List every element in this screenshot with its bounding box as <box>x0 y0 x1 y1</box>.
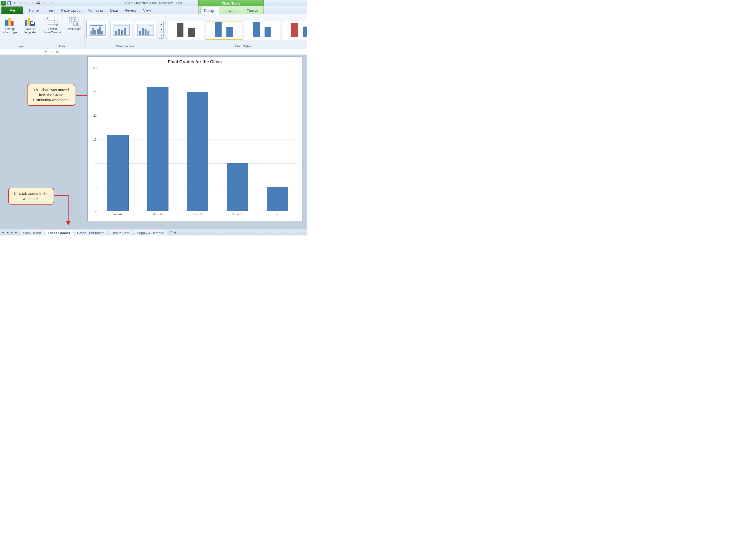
annotation-arrow <box>68 195 68 221</box>
svg-rect-47 <box>147 31 149 35</box>
sheet-tab-label: Health Care <box>111 231 129 235</box>
x-axis-category: F <box>263 211 292 216</box>
svg-rect-37 <box>114 25 129 26</box>
tab-page-layout[interactable]: Page Layout <box>58 7 85 14</box>
save-icon[interactable] <box>7 1 12 5</box>
quick-access-toolbar: X ↶ ▼ ↷ ▼ ▼ ▼ <box>0 1 54 5</box>
change-chart-type-button[interactable]: Change Chart Type <box>2 15 19 34</box>
chart-style-option[interactable] <box>282 21 307 40</box>
chart-style-option[interactable] <box>244 21 280 40</box>
x-axis-category: D+ to D- <box>223 211 252 216</box>
embedded-chart[interactable]: Final Grades for the Class 051015202530A… <box>87 57 302 221</box>
chart-style-option[interactable] <box>168 21 204 40</box>
svg-rect-25 <box>75 24 75 25</box>
redo-icon[interactable]: ↷ <box>24 1 29 5</box>
bar-chart-icon <box>5 16 16 26</box>
tab-home[interactable]: Home <box>26 7 42 14</box>
tab-formulas[interactable]: Formulas <box>85 7 107 14</box>
tab-review[interactable]: Review <box>121 7 140 14</box>
y-axis-tick: 0 <box>95 209 98 213</box>
print-icon[interactable] <box>36 1 41 5</box>
sheet-nav-buttons: ⏮ ◀ ▶ ⏭ <box>0 231 19 235</box>
nav-last-icon[interactable]: ⏭ <box>14 231 18 235</box>
dropdown-icon[interactable]: ▼ <box>30 1 35 5</box>
tab-data[interactable]: Data <box>107 7 121 14</box>
svg-rect-4 <box>37 1 39 3</box>
cancel-icon[interactable]: ● <box>48 49 54 55</box>
y-axis-tick: 30 <box>94 66 98 70</box>
svg-rect-14 <box>48 18 57 25</box>
dropdown-icon[interactable]: ▼ <box>45 51 47 53</box>
x-axis-category: B+ to B- <box>143 211 172 216</box>
callout-chart-moved: This chart was moved from the Grade Dist… <box>27 84 75 106</box>
chart-bar[interactable] <box>187 92 208 211</box>
sheet-tab[interactable]: Health Care <box>107 230 134 236</box>
y-axis-tick: 15 <box>94 138 98 141</box>
chart-bar[interactable] <box>147 87 168 211</box>
tab-format[interactable]: Format <box>243 7 262 14</box>
chart-layout-option[interactable] <box>110 21 132 38</box>
contextual-tabs: Design Layout Format <box>198 6 264 14</box>
tab-insert[interactable]: Insert <box>42 7 58 14</box>
chart-layout-option[interactable] <box>135 21 157 38</box>
sheet-tab-label: Stock Trend <box>23 231 41 235</box>
dropdown-icon[interactable]: ▼ <box>42 1 46 5</box>
nav-first-icon[interactable]: ⏮ <box>1 231 5 235</box>
sheet-tab[interactable]: Stock Trend <box>18 230 46 236</box>
svg-rect-13 <box>30 22 34 24</box>
chart-bar[interactable] <box>107 135 129 211</box>
y-axis-tick: 10 <box>94 162 98 165</box>
chart-bar[interactable] <box>267 187 288 211</box>
tab-layout[interactable]: Layout <box>222 7 240 14</box>
template-save-icon <box>24 16 35 26</box>
chart-bar[interactable] <box>227 163 248 211</box>
sheet-tab-label: Class Grades <box>48 231 70 235</box>
svg-rect-41 <box>124 28 126 35</box>
chart-layout-option[interactable] <box>86 21 108 38</box>
svg-rect-8 <box>11 21 14 26</box>
arrow-head-icon <box>66 221 71 225</box>
plot-area[interactable]: 051015202530A to A-B+ to B-C+ to C-D+ to… <box>98 68 297 211</box>
sheet-tab-label: Supply & Demand <box>137 231 164 235</box>
svg-rect-30 <box>93 28 94 35</box>
svg-rect-33 <box>99 27 101 35</box>
dropdown-icon[interactable]: ▼ <box>18 1 23 5</box>
formula-input[interactable] <box>61 50 307 54</box>
scroll-up-icon[interactable]: ▲ <box>159 21 163 27</box>
svg-rect-39 <box>118 29 120 35</box>
x-axis-category: A to A- <box>104 211 132 216</box>
y-axis-tick: 5 <box>95 185 98 189</box>
svg-rect-38 <box>115 31 117 35</box>
scroll-more-icon[interactable]: ▾ <box>159 33 163 38</box>
svg-rect-9 <box>25 20 27 26</box>
save-as-template-button[interactable]: Save As Template <box>21 15 38 34</box>
switch-row-column-button[interactable]: Switch Row/Column <box>42 15 63 34</box>
name-box[interactable]: ▼ <box>0 49 48 55</box>
svg-rect-46 <box>145 29 146 35</box>
svg-rect-1 <box>8 2 11 3</box>
nav-next-icon[interactable]: ▶ <box>9 231 14 235</box>
tab-scroll-handle[interactable]: ⋮ ◀ <box>169 230 177 235</box>
svg-rect-7 <box>8 18 11 26</box>
chart-style-option[interactable] <box>206 21 242 40</box>
callout-new-tab: New tab added to the workbook. <box>8 188 54 204</box>
undo-icon[interactable]: ↶ <box>13 1 17 5</box>
file-tab[interactable]: File <box>1 6 23 14</box>
scroll-down-icon[interactable]: ▼ <box>159 27 163 33</box>
sheet-tab[interactable]: Supply & Demand <box>132 230 169 236</box>
chart-title[interactable]: Final Grades for the Class <box>88 57 302 66</box>
tab-design[interactable]: Design <box>200 7 219 14</box>
tab-view[interactable]: View <box>140 7 154 14</box>
sheet-tab[interactable]: Class Grades <box>44 230 75 236</box>
group-chart-layouts-label: Chart Layouts <box>86 44 164 49</box>
sheet-tab[interactable]: Grade Distribution <box>73 230 109 236</box>
fx-button[interactable]: fx <box>54 49 61 55</box>
group-chart-styles: Chart Styles <box>166 14 307 49</box>
sheet-tabs-bar: ⏮ ◀ ▶ ⏭ Stock TrendClass GradesGrade Dis… <box>0 229 307 236</box>
select-data-button[interactable]: Select Data <box>65 15 82 31</box>
nav-prev-icon[interactable]: ◀ <box>5 231 9 235</box>
qat-customize-icon[interactable]: ▼ <box>49 1 54 5</box>
layouts-scroller[interactable]: ▲ ▼ ▾ <box>159 21 164 39</box>
formula-bar: ▼ ● fx <box>0 49 307 55</box>
svg-rect-32 <box>97 29 99 35</box>
